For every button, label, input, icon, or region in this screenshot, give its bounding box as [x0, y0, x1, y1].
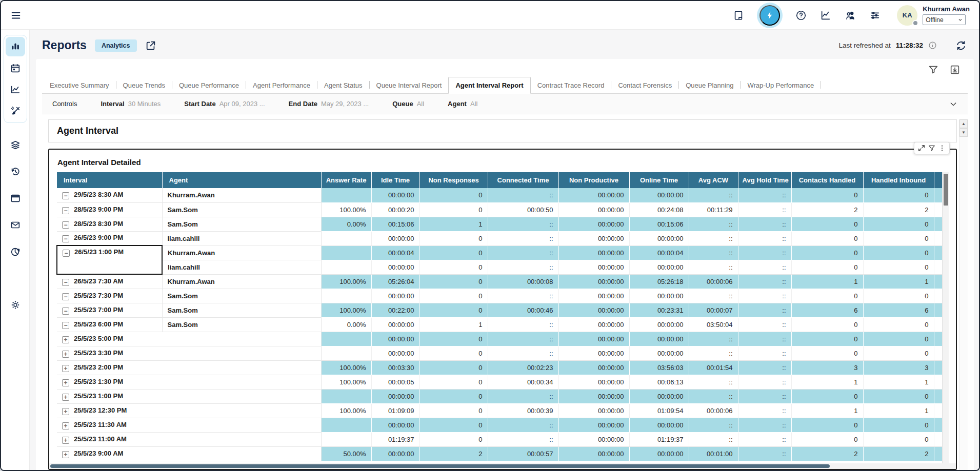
data-cell[interactable]: 0	[419, 389, 488, 403]
data-cell[interactable]: 00:00:04	[371, 245, 419, 260]
data-cell[interactable]: 1	[863, 274, 934, 289]
agent-cell[interactable]: Sam.Som	[162, 317, 321, 332]
sidebar-item-workspace[interactable]	[6, 189, 25, 208]
filter-agent[interactable]: AgentAll	[448, 100, 477, 108]
data-cell[interactable]: 1	[419, 317, 488, 332]
column-header-avg-acw[interactable]: Avg ACW	[689, 172, 738, 188]
data-cell[interactable]: 00:00:00	[558, 432, 629, 446]
data-cell[interactable]: 0	[419, 202, 488, 217]
data-cell[interactable]: ::	[689, 245, 738, 260]
sidebar-item-trends[interactable]	[6, 80, 25, 99]
tab-executive-summary[interactable]: Executive Summary	[43, 77, 116, 93]
data-cell[interactable]	[321, 432, 371, 446]
info-icon[interactable]	[928, 41, 937, 50]
data-cell[interactable]: 0.00%	[321, 217, 371, 231]
data-cell[interactable]	[321, 332, 371, 346]
tab-agent-performance[interactable]: Agent Performance	[246, 77, 317, 93]
data-cell[interactable]: ::	[488, 346, 558, 360]
collapse-row-icon[interactable]	[63, 250, 70, 257]
data-cell[interactable]: ::	[738, 360, 791, 375]
data-cell[interactable]: 00:00:00	[558, 346, 629, 360]
users-icon[interactable]	[845, 10, 856, 21]
data-cell[interactable]: 00:02:23	[488, 360, 558, 375]
tab-queue-performance[interactable]: Queue Performance	[172, 77, 246, 93]
column-header-agent[interactable]: Agent	[162, 172, 321, 188]
data-cell[interactable]: 0	[791, 332, 863, 346]
data-cell[interactable]: 00:01:00	[689, 446, 738, 461]
data-cell[interactable]: 1	[791, 274, 863, 289]
interval-cell[interactable]: 25/5/23 5:00 PM	[57, 332, 321, 346]
data-cell[interactable]: 00:00:06	[689, 403, 738, 418]
filter-start-date[interactable]: Start DateApr 09, 2023 ...	[184, 100, 265, 108]
data-cell[interactable]: 6	[791, 303, 863, 317]
data-cell[interactable]: 100.00%	[321, 403, 371, 418]
filter-end-date[interactable]: End DateMay 29, 2023 ...	[289, 100, 369, 108]
data-cell[interactable]: 0	[791, 389, 863, 403]
data-cell[interactable]: 00:00:00	[371, 231, 419, 245]
data-cell[interactable]: 00:00:00	[558, 188, 629, 202]
data-cell[interactable]: 00:00:39	[488, 403, 558, 418]
data-cell[interactable]: ::	[488, 260, 558, 274]
data-cell[interactable]: 0	[791, 231, 863, 245]
data-cell[interactable]: 00:00:00	[558, 317, 629, 332]
data-cell[interactable]: 00:00:00	[558, 289, 629, 303]
data-cell[interactable]: 0	[791, 260, 863, 274]
data-cell[interactable]: 00:00:00	[558, 418, 629, 432]
data-cell[interactable]: 0	[863, 231, 934, 245]
data-cell[interactable]: 1	[791, 403, 863, 418]
data-cell[interactable]: 00:11:29	[689, 202, 738, 217]
collapse-row-icon[interactable]	[62, 192, 69, 199]
data-cell[interactable]: 0	[863, 418, 934, 432]
data-cell[interactable]: 00:00:00	[629, 188, 689, 202]
agent-cell[interactable]: Sam.Som	[162, 217, 321, 231]
interval-cell[interactable]: 28/5/23 8:30 PM	[57, 217, 162, 231]
filter-queue[interactable]: QueueAll	[392, 100, 424, 108]
column-header-handled-inbound[interactable]: Handled Inbound	[863, 172, 934, 188]
data-cell[interactable]: 0.00%	[321, 317, 371, 332]
data-cell[interactable]: 01:19:37	[629, 432, 689, 446]
data-cell[interactable]: ::	[488, 217, 558, 231]
data-cell[interactable]: ::	[689, 217, 738, 231]
data-cell[interactable]: 00:00:00	[371, 188, 419, 202]
data-cell[interactable]	[321, 231, 371, 245]
data-cell[interactable]	[321, 346, 371, 360]
data-cell[interactable]: 00:00:00	[629, 418, 689, 432]
data-cell[interactable]: 01:19:37	[371, 432, 419, 446]
data-cell[interactable]: 0	[863, 217, 934, 231]
collapse-row-icon[interactable]	[62, 207, 69, 214]
data-cell[interactable]: 00:00:57	[488, 446, 558, 461]
data-cell[interactable]: 0	[419, 332, 488, 346]
data-cell[interactable]: 00:00:00	[558, 217, 629, 231]
data-cell[interactable]: 0	[791, 317, 863, 332]
column-header-idle-time[interactable]: Idle Time	[371, 172, 419, 188]
column-header-contacts-handled[interactable]: Contacts Handled	[791, 172, 863, 188]
data-cell[interactable]: 00:00:00	[371, 446, 419, 461]
data-cell[interactable]: 00:00:00	[558, 332, 629, 346]
interval-cell[interactable]: 25/5/23 1:30 PM	[57, 375, 321, 389]
interval-cell[interactable]: 29/5/23 8:30 AM	[57, 188, 162, 202]
data-cell[interactable]: 01:09:54	[629, 403, 689, 418]
data-cell[interactable]: ::	[738, 446, 791, 461]
data-cell[interactable]: 03:50:04	[689, 317, 738, 332]
data-cell[interactable]: 00:00:00	[558, 303, 629, 317]
column-header-interval[interactable]: Interval	[57, 172, 162, 188]
sidebar-item-design[interactable]	[6, 101, 25, 121]
column-header-answer-rate[interactable]: Answer Rate	[321, 172, 371, 188]
data-cell[interactable]: 00:00:08	[488, 274, 558, 289]
expand-row-icon[interactable]	[62, 408, 69, 415]
agent-cell[interactable]: Sam.Som	[162, 303, 321, 317]
data-cell[interactable]	[321, 245, 371, 260]
sidebar-item-dashboards[interactable]	[6, 242, 25, 261]
data-cell[interactable]: ::	[488, 188, 558, 202]
collapse-row-icon[interactable]	[62, 235, 69, 242]
more-options-kebab-icon[interactable]	[938, 144, 946, 152]
data-cell[interactable]: 00:22:00	[371, 303, 419, 317]
column-header-online-time[interactable]: Online Time	[629, 172, 689, 188]
data-cell[interactable]: ::	[738, 332, 791, 346]
data-cell[interactable]: 00:00:06	[689, 274, 738, 289]
vertical-scrollbar-thumb[interactable]	[944, 174, 948, 206]
tab-agent-status[interactable]: Agent Status	[317, 77, 369, 93]
data-cell[interactable]: ::	[488, 389, 558, 403]
agent-cell[interactable]: liam.cahill	[162, 260, 321, 274]
data-cell[interactable]: ::	[738, 389, 791, 403]
